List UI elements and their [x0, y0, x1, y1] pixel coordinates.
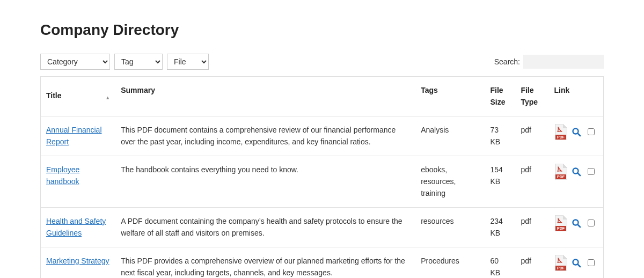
col-header-file-size[interactable]: File Size [485, 77, 516, 116]
row-title-link[interactable]: Employee handbook [46, 165, 79, 186]
row-tags: resources [415, 207, 485, 247]
svg-line-15 [577, 264, 580, 267]
filter-category[interactable]: Category [40, 54, 110, 70]
table-row: Marketing Strategy This PDF provides a c… [41, 247, 604, 278]
col-header-title-label: Title [46, 90, 62, 101]
row-summary: The handbook contains everything you nee… [115, 156, 415, 207]
pdf-icon[interactable]: PDF [554, 255, 567, 271]
row-tags: Analysis [415, 116, 485, 156]
row-tags: ebooks, resources, training [415, 156, 485, 207]
svg-line-7 [577, 173, 580, 175]
row-file-type: pdf [515, 156, 548, 207]
col-header-summary[interactable]: Summary [115, 77, 415, 116]
col-header-title[interactable]: Title ▲ [41, 77, 116, 116]
sort-asc-icon: ▲ [105, 94, 110, 101]
table-row: Annual Financial Report This PDF documen… [41, 116, 604, 156]
svg-line-3 [577, 133, 580, 136]
table-row: Health and Safety Guidelines A PDF docum… [41, 207, 604, 247]
row-summary: This PDF provides a comprehensive overvi… [115, 247, 415, 278]
row-file-type: pdf [515, 247, 548, 278]
row-select-checkbox[interactable] [588, 259, 595, 266]
row-select-checkbox[interactable] [588, 220, 595, 226]
row-file-type: pdf [515, 116, 548, 156]
row-file-size: 73 KB [485, 116, 516, 156]
col-header-link: Link [549, 77, 604, 116]
row-file-size: 234 KB [485, 207, 516, 247]
filters-row: Category Tag File Ty… Search: [40, 54, 604, 70]
svg-line-11 [577, 224, 580, 227]
row-title-link[interactable]: Marketing Strategy [46, 257, 109, 265]
col-header-file-type[interactable]: File Type [515, 77, 548, 116]
svg-text:PDF: PDF [557, 226, 565, 230]
magnify-icon[interactable] [572, 127, 581, 137]
svg-text:PDF: PDF [557, 175, 565, 179]
pdf-icon[interactable]: PDF [554, 215, 567, 231]
row-file-type: pdf [515, 207, 548, 247]
directory-table: Title ▲ Summary Tags File Size File Type… [40, 76, 604, 278]
row-select-checkbox[interactable] [588, 168, 595, 175]
magnify-icon[interactable] [572, 258, 581, 268]
row-file-size: 154 KB [485, 156, 516, 207]
svg-text:PDF: PDF [557, 135, 565, 139]
row-summary: This PDF document contains a comprehensi… [115, 116, 415, 156]
svg-text:PDF: PDF [557, 266, 565, 270]
filter-filetype[interactable]: File Ty… [167, 54, 209, 70]
row-file-size: 60 KB [485, 247, 516, 278]
row-select-checkbox[interactable] [588, 128, 595, 135]
row-title-link[interactable]: Annual Financial Report [46, 126, 102, 146]
magnify-icon[interactable] [572, 218, 581, 228]
row-title-link[interactable]: Health and Safety Guidelines [46, 217, 106, 237]
filter-tag[interactable]: Tag [114, 54, 163, 70]
magnify-icon[interactable] [572, 167, 581, 177]
table-row: Employee handbook The handbook contains … [41, 156, 604, 207]
col-header-tags[interactable]: Tags [415, 77, 485, 116]
search-input[interactable] [523, 55, 604, 69]
pdf-icon[interactable]: PDF [554, 164, 567, 180]
search-label: Search: [494, 57, 520, 66]
row-summary: A PDF document containing the company’s … [115, 207, 415, 247]
row-tags: Procedures [415, 247, 485, 278]
pdf-icon[interactable]: PDF [554, 124, 567, 140]
page-title: Company Directory [40, 21, 604, 39]
